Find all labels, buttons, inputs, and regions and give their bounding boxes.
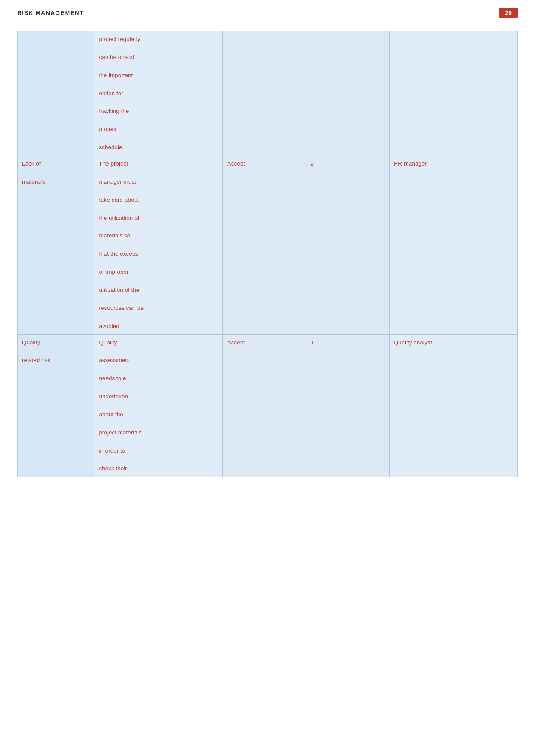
- cell-text-row1-col0: Lack of materials: [22, 159, 90, 187]
- cell-row1-col2: Accept: [222, 156, 306, 334]
- cell-text-row2-col1: Quality assessment needs to e undertaken…: [99, 338, 218, 474]
- cell-row2-col3: 1: [306, 334, 389, 477]
- cell-row0-col3: [306, 31, 389, 156]
- cell-row0-col0: [18, 31, 94, 156]
- cell-row1-col3: 2: [306, 156, 389, 334]
- cell-text-row2-col3: 1: [310, 338, 385, 347]
- page-header: RISK MANAGEMENT 20: [0, 0, 535, 22]
- cell-text-row2-col4: Quality analyst: [394, 338, 513, 347]
- cell-row2-col0: Quality related risk: [18, 334, 94, 477]
- table-row: Quality related riskQuality assessment n…: [18, 334, 518, 477]
- cell-row2-col1: Quality assessment needs to e undertaken…: [94, 334, 222, 477]
- cell-text-row1-col2: Accept: [227, 159, 301, 169]
- table-row: Lack of materialsThe project manager mus…: [18, 156, 518, 334]
- cell-text-row1-col4: HR manager: [394, 159, 513, 169]
- table-row: project regularly can be one of the impo…: [18, 31, 518, 156]
- cell-text-row0-col1: project regularly can be one of the impo…: [99, 35, 218, 152]
- cell-text-row2-col2: Accept: [227, 338, 301, 347]
- page-title: RISK MANAGEMENT: [17, 9, 84, 16]
- cell-row0-col2: [222, 31, 306, 156]
- cell-row2-col4: Quality analyst: [389, 334, 517, 477]
- table-wrapper: project regularly can be one of the impo…: [0, 22, 535, 486]
- cell-text-row1-col3: 2: [310, 159, 385, 169]
- page-number: 20: [499, 8, 518, 18]
- cell-row1-col1: The project manager must take care about…: [94, 156, 222, 334]
- cell-text-row2-col0: Quality related risk: [22, 338, 90, 366]
- risk-table: project regularly can be one of the impo…: [17, 31, 518, 477]
- cell-row0-col4: [389, 31, 517, 156]
- cell-text-row1-col1: The project manager must take care about…: [99, 159, 218, 331]
- cell-row1-col4: HR manager: [389, 156, 517, 334]
- cell-row2-col2: Accept: [222, 334, 306, 477]
- cell-row1-col0: Lack of materials: [18, 156, 94, 334]
- cell-row0-col1: project regularly can be one of the impo…: [94, 31, 222, 156]
